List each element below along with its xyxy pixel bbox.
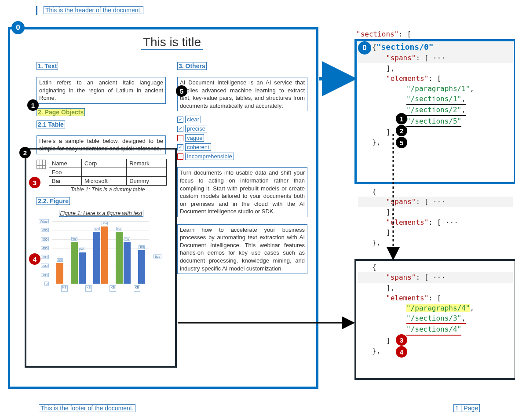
chart-y-tick: 600	[41, 228, 49, 232]
chart-x-tick: KB	[61, 285, 68, 292]
chart-bar: 400	[71, 242, 78, 284]
checkbox-unchecked-icon	[177, 135, 183, 141]
diagram-stage: This is title 1. Text Latin refers to an…	[6, 19, 509, 395]
paragraph-3-body1: Turn documents into usable data and shif…	[177, 167, 307, 217]
checkbox-label: coherent	[185, 143, 211, 151]
chart-bar-group: 200	[56, 263, 63, 284]
th-corp: Corp	[82, 159, 127, 168]
heading-21-table: 2.1 Table	[37, 121, 65, 128]
checkbox-item: ✓precise	[177, 125, 307, 132]
json-el-sections2: "/sections/2"	[406, 106, 461, 114]
paragraph-1-text: Latin refers to an ancient Italic langua…	[37, 77, 166, 104]
chart-bar: 400	[124, 242, 131, 284]
chart-x-tick: KB	[134, 285, 140, 292]
chart-bar-label: 500	[94, 227, 100, 230]
json-key-spans-2: "spans"	[386, 273, 416, 281]
chart-right-label: Bus	[153, 255, 161, 259]
footer-text: This is the footer of the document.	[39, 404, 135, 412]
chart-bar-label: 500	[116, 227, 122, 230]
chart-x-tick: KB	[110, 285, 116, 292]
json-key-elements-mid: "elements"	[386, 218, 428, 226]
json-sections-root: "sections": [	[356, 29, 515, 39]
chart-bar-group: 500550	[93, 226, 108, 284]
chart-y-tick: 200	[41, 264, 49, 268]
chart-y-tick: Value	[39, 219, 49, 223]
chart-y-tick: 300	[41, 255, 49, 259]
json-el-paragraphs1: "/paragraphs/1"	[406, 84, 470, 93]
checkbox-checked-icon: ✓	[177, 117, 183, 123]
table-caption: Table 1: This is a dummy table	[49, 186, 167, 193]
chart-y-tick: 0	[44, 282, 49, 286]
json-el-sections4: "/sections/4"	[406, 325, 461, 333]
figure-caption: Figure 1: Here is a figure with text	[59, 210, 144, 217]
chart-bar-label: 300	[79, 248, 85, 251]
th-remark: Remark	[127, 159, 167, 168]
doc-col-left: 1. Text Latin refers to an ancient Itali…	[37, 62, 166, 296]
chart-bar: 500	[116, 232, 123, 284]
paragraph-3-intro: AI Document Intelligence is an AI servic…	[177, 77, 307, 111]
heading-2-page-objects: 2. Page Objects	[37, 108, 85, 116]
chart-bar-label: 200	[57, 258, 63, 262]
chart-bar: 200	[56, 263, 63, 284]
table-block: Name Corp Remark Foo Bar M	[37, 159, 166, 193]
doc-title: This is title	[37, 35, 307, 50]
document-panel: This is title 1. Text Latin refers to an…	[8, 27, 318, 389]
chart-bar-group: 400300	[71, 242, 86, 284]
json-key-elements-0: "elements"	[386, 74, 428, 83]
json-section0-label: "sections/0"	[376, 42, 434, 51]
checkbox-item: ✓clear	[177, 116, 307, 123]
json-section2-block: { "spans": [ ··· ], "elements": [ "/para…	[358, 262, 513, 356]
chart-bar: 300	[79, 252, 86, 284]
checkbox-checked-icon: ✓	[177, 144, 183, 150]
paragraph-21-text: Here's a sample table below, designed to…	[37, 135, 166, 154]
checkbox-item: Incomprehensible	[177, 153, 307, 160]
checkbox-unchecked-icon	[177, 153, 183, 160]
json-key-sections: "sections"	[356, 30, 398, 38]
json-key-spans-0: "spans"	[386, 54, 416, 62]
chart-bar-group: 500400	[116, 232, 131, 284]
header-text: This is the header of the document.	[44, 6, 143, 14]
heading-1-text: 1. Text	[37, 62, 58, 70]
checkbox-label: vague	[185, 134, 204, 142]
checkbox-checked-icon: ✓	[177, 126, 183, 132]
json-el-sections1: "/sections/1"	[406, 95, 461, 103]
json-el-sections3: "/sections/3"	[406, 314, 461, 322]
chart-x-tick: KB	[85, 285, 92, 292]
chart-y-tick: 100	[41, 273, 49, 277]
chart-y-tick: 500	[41, 237, 49, 241]
header-bar-icon	[36, 6, 37, 15]
table-row: Foo	[49, 168, 167, 177]
paragraph-3-body2: Learn how to accelerate your business pr…	[177, 224, 307, 274]
doc-col-right: 3. Others AI Document Intelligence is an…	[177, 62, 307, 296]
chart-y-tick: 400	[41, 246, 49, 250]
chart-bar-label: 550	[102, 222, 108, 225]
checkbox-list: ✓clear✓precisevague✓coherentIncomprehens…	[177, 116, 307, 160]
checkbox-item: ✓coherent	[177, 143, 307, 151]
heading-3-others: 3. Others	[177, 62, 207, 70]
checkbox-label: clear	[185, 116, 201, 123]
doc-header: This is the header of the document.	[36, 6, 509, 15]
page-number: 1 | Page	[453, 404, 480, 412]
table-row: Name Corp Remark	[49, 159, 167, 168]
checkbox-label: precise	[185, 125, 207, 132]
checkbox-item: vague	[177, 134, 307, 142]
chart-bar: 320	[138, 250, 145, 284]
badge-4-json: 4	[396, 346, 407, 358]
checkbox-label: Incomprehensible	[185, 153, 234, 160]
doc-footer: This is the footer of the document. 1 | …	[39, 404, 480, 412]
json-el-sections5: "/sections/5"	[406, 117, 461, 125]
chart-bar-label: 400	[71, 237, 77, 241]
heading-22-figure: 2.2. Figure	[37, 197, 70, 205]
chart-bar-label: 320	[139, 245, 145, 249]
table-row: Bar Microsoft Dummy	[49, 177, 167, 186]
json-key-spans-mid: "spans"	[386, 197, 416, 206]
figure-chart: Value6005004003002001000 200400300500550…	[37, 221, 161, 292]
chart-bar-group: 320	[138, 250, 145, 284]
doc-title-text: This is title	[141, 35, 203, 50]
chart-bar-label: 400	[124, 237, 130, 241]
th-name: Name	[49, 159, 82, 168]
table-icon	[37, 160, 46, 169]
json-section-mid: { "spans": [ ··· ], "elements": [ ··· ] …	[358, 186, 513, 248]
json-key-elements-2: "elements"	[386, 294, 428, 302]
chart-bar: 550	[101, 226, 108, 284]
